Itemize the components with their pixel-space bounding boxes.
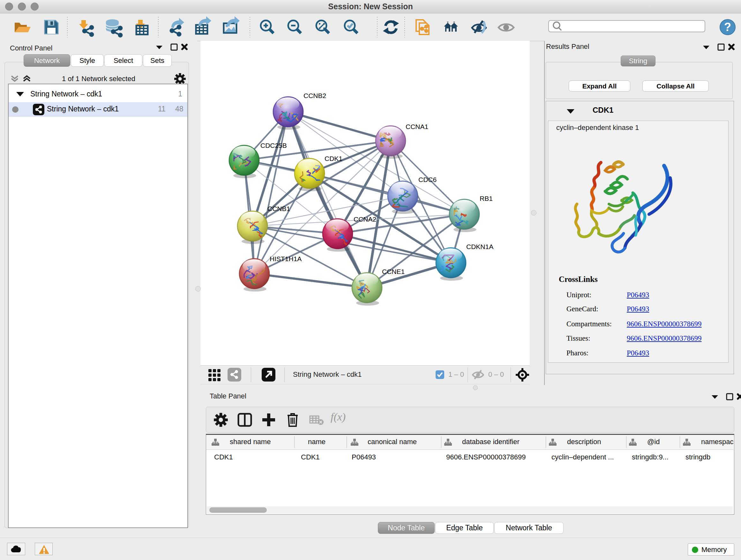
svg-text:?: ? <box>724 20 731 34</box>
svg-text:CDK1: CDK1 <box>325 155 342 162</box>
svg-text:CDKN1A: CDKN1A <box>466 243 493 250</box>
svg-text:CCNA2: CCNA2 <box>354 215 376 223</box>
svg-text:CCNA1: CCNA1 <box>406 123 428 130</box>
svg-text:CDC6: CDC6 <box>418 176 436 183</box>
svg-text:HIST1H1A: HIST1H1A <box>270 255 301 262</box>
svg-text:CCNB1: CCNB1 <box>267 205 290 212</box>
svg-text:RB1: RB1 <box>480 195 493 202</box>
svg-text:CCNE1: CCNE1 <box>382 268 405 275</box>
svg-text:CCNB2: CCNB2 <box>304 92 326 99</box>
svg-text:CDC25B: CDC25B <box>260 142 287 149</box>
